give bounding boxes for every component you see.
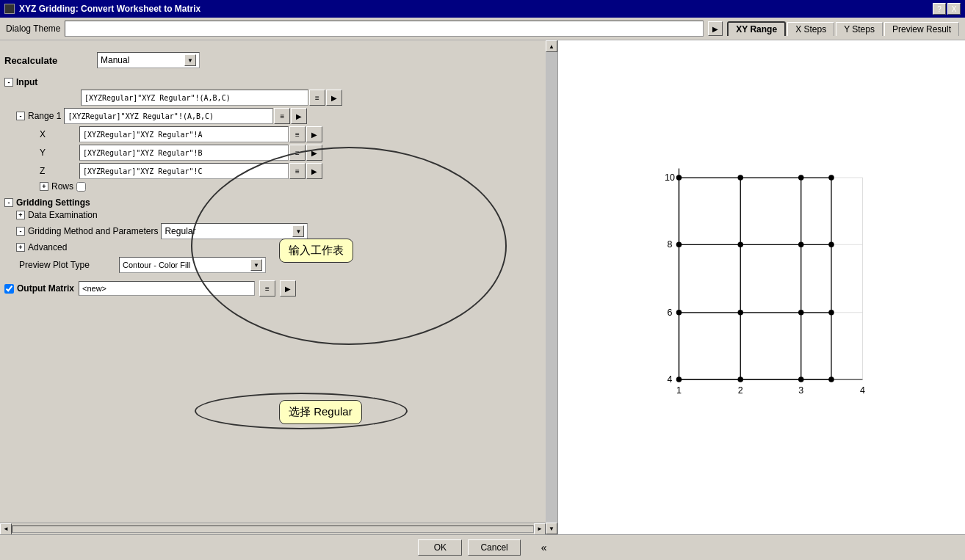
input-section-header: - Input: [4, 77, 541, 87]
z-input-btns: [XYZRegular]"XYZ Regular"!C ≡ ▶: [79, 163, 322, 179]
input-with-btns: [XYZRegular]"XYZ Regular"!(A,B,C) ≡ ▶: [81, 90, 342, 106]
preview-plot-arrow[interactable]: ▼: [250, 259, 262, 271]
rows-expand-icon[interactable]: +: [40, 182, 48, 191]
advanced-icon[interactable]: +: [16, 243, 25, 252]
output-matrix-btn2[interactable]: ▶: [280, 280, 296, 297]
rows-row: + Rows: [40, 181, 541, 192]
scroll-down-btn[interactable]: ▼: [546, 523, 557, 534]
preview-plot-label: Preview Plot Type: [19, 260, 115, 270]
svg-text:2: 2: [738, 385, 743, 395]
output-matrix-btn1[interactable]: ≡: [259, 280, 275, 297]
gridding-method-icon[interactable]: -: [16, 227, 25, 236]
recalculate-row: Recalculate Manual ▼: [4, 52, 541, 68]
output-matrix-label: Output Matrix: [4, 283, 74, 294]
svg-text:3: 3: [798, 385, 803, 395]
gridding-method-label: Gridding Method and Parameters: [28, 226, 158, 236]
scroll-left-btn[interactable]: ◄: [0, 523, 12, 535]
input-label: Input: [16, 77, 37, 87]
recalculate-select[interactable]: Manual ▼: [97, 52, 200, 68]
dialog-theme-label: Dialog Theme: [6, 23, 60, 34]
gridding-method-value: Regular: [165, 226, 292, 236]
svg-text:10: 10: [665, 172, 675, 182]
scroll-up-btn[interactable]: ▲: [546, 40, 557, 52]
y-arrow-btn[interactable]: ▶: [306, 145, 322, 161]
z-arrow-btn[interactable]: ▶: [306, 163, 322, 179]
preview-plot-value: Contour - Color Fill: [123, 261, 190, 269]
gridding-method-select[interactable]: Regular ▼: [161, 223, 308, 239]
bottom-bar: OK Cancel «: [0, 534, 965, 560]
graph-svg: 4 6 8 10 1 2 3: [651, 159, 872, 416]
z-row: Z [XYZRegular]"XYZ Regular"!C ≡ ▶: [28, 163, 541, 179]
title-bar: XYZ Gridding: Convert Worksheet to Matri…: [0, 0, 965, 18]
scroll-track[interactable]: [546, 52, 557, 523]
help-button[interactable]: ?: [933, 3, 946, 15]
tab-x-steps[interactable]: X Steps: [787, 22, 834, 36]
output-matrix-checkbox[interactable]: [4, 284, 14, 294]
title-bar-title: XYZ Gridding: Convert Worksheet to Matri…: [19, 4, 200, 14]
ok-button[interactable]: OK: [418, 539, 462, 556]
x-field[interactable]: [XYZRegular]"XYZ Regular"!A: [79, 126, 289, 142]
rows-label: Rows: [51, 181, 73, 192]
range1-section: - Range 1 [XYZRegular]"XYZ Regular"!(A,B…: [16, 108, 541, 192]
cancel-button[interactable]: Cancel: [468, 539, 520, 556]
preview-plot-select[interactable]: Contour - Color Fill ▼: [119, 257, 266, 273]
advanced-label: Advanced: [28, 242, 67, 252]
vertical-scrollbar[interactable]: ▲ ▼: [546, 40, 557, 534]
gridding-settings-header: - Gridding Settings: [4, 197, 541, 208]
x-arrow-btn[interactable]: ▶: [306, 126, 322, 142]
svg-text:1: 1: [676, 385, 682, 395]
dialog-theme-input[interactable]: [65, 21, 704, 37]
data-exam-icon[interactable]: +: [16, 211, 25, 219]
tab-y-steps[interactable]: Y Steps: [836, 22, 883, 36]
double-arrow-icon[interactable]: «: [541, 542, 547, 553]
z-field[interactable]: [XYZRegular]"XYZ Regular"!C: [79, 163, 289, 179]
callout-select-regular: 选择 Regular: [279, 400, 362, 424]
scroll-area[interactable]: Recalculate Manual ▼ - Input [XYZRegula: [0, 40, 544, 534]
y-browse-btn[interactable]: ≡: [289, 145, 306, 161]
range1-expand-icon[interactable]: -: [16, 112, 25, 120]
input-expand-icon[interactable]: -: [4, 78, 13, 87]
svg-text:6: 6: [668, 307, 673, 317]
svg-text:4: 4: [668, 374, 673, 384]
range1-field[interactable]: [XYZRegular]"XYZ Regular"!(A,B,C): [64, 108, 273, 124]
input-arrow-btn[interactable]: ▶: [326, 90, 342, 106]
tab-preview-result[interactable]: Preview Result: [884, 22, 959, 36]
x-input-btns: [XYZRegular]"XYZ Regular"!A ≡ ▶: [79, 126, 322, 142]
y-label: Y: [40, 148, 76, 158]
rows-checkbox[interactable]: [76, 182, 86, 192]
z-browse-btn[interactable]: ≡: [289, 163, 306, 179]
y-row: Y [XYZRegular]"XYZ Regular"!B ≡ ▶: [28, 145, 541, 161]
tab-xy-range[interactable]: XY Range: [727, 21, 786, 36]
range1-header: - Range 1 [XYZRegular]"XYZ Regular"!(A,B…: [16, 108, 541, 124]
gridding-method-arrow[interactable]: ▼: [292, 225, 304, 237]
data-exam-label: Data Examination: [28, 210, 98, 220]
right-panel: 4 6 8 10 1 2 3: [558, 40, 965, 534]
output-matrix-field[interactable]: <new>: [79, 281, 255, 296]
x-row: X [XYZRegular]"XYZ Regular"!A ≡ ▶: [28, 126, 541, 142]
y-field[interactable]: [XYZRegular]"XYZ Regular"!B: [79, 145, 289, 161]
horizontal-scrollbar[interactable]: ◄ ►: [0, 523, 546, 534]
input-value-row: [XYZRegular]"XYZ Regular"!(A,B,C) ≡ ▶: [4, 90, 541, 106]
x-browse-btn[interactable]: ≡: [289, 126, 306, 142]
play-button[interactable]: ▶: [708, 21, 723, 36]
gridding-label: Gridding Settings: [16, 197, 90, 208]
close-button[interactable]: X: [947, 3, 961, 15]
title-bar-icon: [4, 4, 15, 14]
recalculate-arrow[interactable]: ▼: [184, 54, 196, 66]
z-label: Z: [40, 166, 76, 176]
range1-browse-btn[interactable]: ≡: [274, 108, 290, 124]
output-matrix-row: Output Matrix <new> ≡ ▶: [4, 280, 541, 297]
recalculate-value: Manual: [101, 55, 129, 65]
input-value-field[interactable]: [XYZRegular]"XYZ Regular"!(A,B,C): [81, 90, 308, 106]
range1-label: Range 1: [28, 111, 61, 121]
scroll-right-btn[interactable]: ►: [534, 523, 546, 535]
recalculate-label: Recalculate: [4, 55, 93, 66]
range1-arrow-btn[interactable]: ▶: [291, 108, 307, 124]
input-browse-btn[interactable]: ≡: [309, 90, 325, 106]
data-examination-section: + Data Examination - Gridding Method and…: [16, 210, 541, 273]
svg-text:8: 8: [668, 239, 673, 250]
main-container: Dialog Theme ▶ XY Range X Steps Y Steps …: [0, 18, 965, 560]
scroll-track-h[interactable]: [12, 526, 534, 533]
callout-input-worksheet: 输入工作表: [279, 239, 353, 263]
gridding-expand-icon[interactable]: -: [4, 198, 13, 207]
